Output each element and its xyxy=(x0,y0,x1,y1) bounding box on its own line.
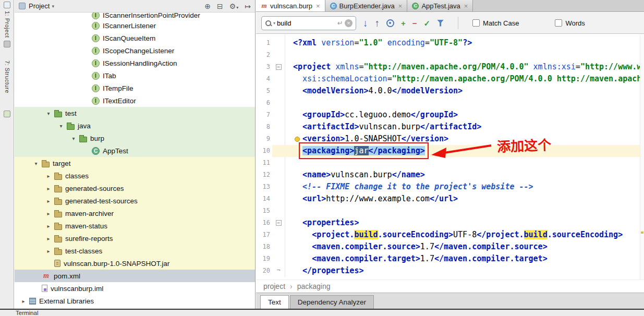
code-line-7[interactable]: 7 <groupId>cc.leguoo.demo</groupId> xyxy=(256,109,644,121)
tree-item-iscannerinsertionpointprovider[interactable]: IIScannerInsertionPointProvider xyxy=(15,13,255,19)
chevron-down-icon[interactable]: ▾ xyxy=(43,111,54,116)
code-token: </maven.compiler.source> xyxy=(434,242,548,251)
breadcrumb-item-project[interactable]: project xyxy=(263,282,285,290)
remove-occurrence-icon[interactable]: − xyxy=(412,19,417,27)
tree-item-label: generated-sources xyxy=(65,185,124,192)
tree-item-generated-test-sources[interactable]: ▸generated-test-sources xyxy=(15,195,255,207)
tree-item-surefire-reports[interactable]: ▸surefire-reports xyxy=(15,232,255,245)
chevron-right-icon[interactable]: ▸ xyxy=(43,173,54,179)
chevron-right-icon[interactable]: ▸ xyxy=(43,198,54,204)
tree-item-maven-archiver[interactable]: ▸maven-archiver xyxy=(15,207,255,220)
tree-item-java[interactable]: ▾java xyxy=(15,119,255,132)
code-line-12[interactable]: 12 <name>vulnscan.burp</name> xyxy=(256,169,644,181)
editor-tab-vulnscan-burp[interactable]: mvulnscan.burp× xyxy=(256,0,325,11)
tree-item-maven-status[interactable]: ▸maven-status xyxy=(15,220,255,232)
chevron-right-icon[interactable]: ▸ xyxy=(43,211,54,216)
project-tree: IIScannerInsertionPointProviderIIScanner… xyxy=(15,13,255,309)
code-line-15[interactable]: 15 xyxy=(256,205,644,217)
code-editor[interactable]: 1<?xml version="1.0" encoding="UTF-8"?>2… xyxy=(256,34,644,279)
code-line-20[interactable]: 20¬ </properties> xyxy=(256,265,644,277)
add-occurrence-icon[interactable]: + xyxy=(401,19,406,27)
tree-item-iscanqueueitem[interactable]: IIScanQueueItem xyxy=(15,32,255,44)
bottom-tab-text[interactable]: Text xyxy=(260,295,289,309)
chevron-down-icon[interactable]: ▾ xyxy=(30,161,42,166)
code-line-18[interactable]: 18 <maven.compiler.source>1.7</maven.com… xyxy=(256,241,644,253)
bottom-tab-dependency-analyzer[interactable]: Dependency Analyzer xyxy=(290,295,374,309)
fold-end-icon[interactable]: ¬ xyxy=(272,265,285,277)
chevron-right-icon[interactable]: ▸ xyxy=(43,236,54,241)
search-field[interactable]: ▾ ↵ × xyxy=(261,16,356,30)
tree-item-test-classes[interactable]: ▸test-classes xyxy=(15,245,255,257)
fold-open-icon[interactable]: − xyxy=(272,61,285,73)
code-line-16[interactable]: 16− <properties> xyxy=(256,217,644,229)
tree-item-vulnscan-burp-1-0-snapshot-jar[interactable]: vulnscan.burp-1.0-SNAPSHOT.jar xyxy=(15,257,255,270)
tool-icon[interactable] xyxy=(4,111,10,117)
close-icon[interactable]: × xyxy=(316,2,320,10)
terminal-button[interactable]: Terminal xyxy=(16,310,38,316)
code-line-17[interactable]: 17 <project.build.sourceEncoding>UTF-8</… xyxy=(256,229,644,241)
fold-marker[interactable]: ¬ xyxy=(276,268,282,274)
code-line-2[interactable]: 2 xyxy=(256,49,644,61)
code-line-6[interactable]: 6 xyxy=(256,97,644,109)
code-line-14[interactable]: 14 <url>http://www.example.com</url> xyxy=(256,193,644,205)
tree-item-burp[interactable]: ▾burp xyxy=(15,132,255,144)
chevron-right-icon[interactable]: ▸ xyxy=(43,223,54,229)
locate-icon[interactable]: ⊕ xyxy=(204,3,211,10)
editor-tab-apptest-java[interactable]: CAppTest.java× xyxy=(407,0,473,11)
tree-item-apptest[interactable]: CAppTest xyxy=(15,144,255,157)
settings-icon[interactable]: ⚙▾ xyxy=(229,3,239,10)
tree-item-classes[interactable]: ▸classes xyxy=(15,169,255,182)
chevron-right-icon[interactable]: ▸ xyxy=(43,186,54,191)
fold-marker[interactable]: − xyxy=(276,220,282,226)
fold-open-icon[interactable]: − xyxy=(272,217,285,229)
tree-item-isessionhandlingaction[interactable]: IISessionHandlingAction xyxy=(15,57,255,69)
tool-icon[interactable] xyxy=(4,41,10,47)
code-line-13[interactable]: 13 <!-- FIXME change it to the project's… xyxy=(256,181,644,193)
fold-marker[interactable]: − xyxy=(276,64,282,70)
breadcrumb-item-packaging[interactable]: packaging xyxy=(297,282,331,290)
tree-item-external-libraries[interactable]: ▸External Libraries xyxy=(15,295,255,307)
collapse-all-icon[interactable]: ⊟ xyxy=(217,3,223,10)
search-input[interactable] xyxy=(277,19,336,27)
code-line-5[interactable]: 5 <modelVersion>4.0.0</modelVersion> xyxy=(256,85,644,97)
next-occurrence-icon[interactable]: ↓ xyxy=(363,18,368,28)
tree-item-pom-xml[interactable]: mpom.xml xyxy=(15,270,255,282)
chevron-right-icon[interactable]: ▸ xyxy=(43,248,54,254)
tree-item-itexteditor[interactable]: IITextEditor xyxy=(15,94,255,107)
code-line-3[interactable]: 3−<project xmlns="http://maven.apache.or… xyxy=(256,61,644,73)
hide-panel-icon[interactable]: ↦ xyxy=(245,3,251,10)
tree-item-test[interactable]: ▾test xyxy=(15,107,255,119)
close-icon[interactable]: × xyxy=(398,2,403,10)
previous-occurrence-icon[interactable]: ↑ xyxy=(375,18,380,28)
search-history-chevron-icon[interactable]: ▾ xyxy=(273,21,275,26)
newline-icon[interactable]: ↵ xyxy=(337,19,343,27)
code-line-1[interactable]: 1<?xml version="1.0" encoding="UTF-8"?> xyxy=(256,37,644,49)
intention-bulb-icon[interactable] xyxy=(295,137,300,142)
select-all-occurrences-icon[interactable]: ✓ xyxy=(424,19,431,27)
chevron-down-icon[interactable]: ▾ xyxy=(55,123,67,129)
project-view-dropdown[interactable]: Project ▾ xyxy=(29,2,54,10)
code-line-4[interactable]: 4 xsi:schemaLocation="http://maven.apach… xyxy=(256,73,644,85)
code-line-19[interactable]: 19 <maven.compiler.target>1.7</maven.com… xyxy=(256,253,644,265)
words-checkbox[interactable]: Words xyxy=(555,19,585,27)
editor-tab-burpextender-java[interactable]: CBurpExtender.java× xyxy=(325,0,408,11)
tree-item-iscopechangelistener[interactable]: IIScopeChangeListener xyxy=(15,44,255,57)
tool-button-project[interactable]: 1: Project xyxy=(0,2,14,38)
tree-item-vulnscanburp-iml[interactable]: vulnscanburp.iml xyxy=(15,282,255,295)
tree-item-generated-sources[interactable]: ▸generated-sources xyxy=(15,182,255,195)
code-line-8[interactable]: 8 <artifactId>vulnscan.burp</artifactId> xyxy=(256,121,644,133)
code-token: "http://www.w3 xyxy=(580,62,644,71)
tree-item-itab[interactable]: IITab xyxy=(15,69,255,82)
close-icon[interactable]: × xyxy=(464,2,468,10)
tree-item-target[interactable]: ▾target xyxy=(15,157,255,169)
match-case-checkbox[interactable]: Match Case xyxy=(472,19,519,27)
filter-icon[interactable] xyxy=(437,20,444,27)
tree-item-iscannerlistener[interactable]: IIScannerListener xyxy=(15,19,255,32)
error-stripe[interactable] xyxy=(640,34,644,279)
tool-button-structure[interactable]: 7: Structure xyxy=(0,60,14,93)
find-all-icon[interactable] xyxy=(386,19,394,27)
clear-search-icon[interactable]: × xyxy=(345,19,353,27)
chevron-down-icon[interactable]: ▾ xyxy=(68,136,79,141)
tree-item-itempfile[interactable]: IITempFile xyxy=(15,82,255,94)
chevron-right-icon[interactable]: ▸ xyxy=(18,298,29,304)
